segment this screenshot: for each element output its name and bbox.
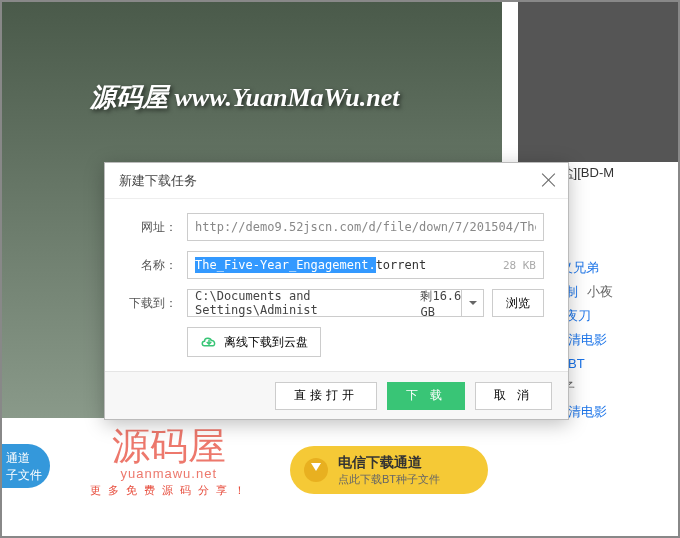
yellow-badge-sub: 点此下载BT种子文件: [338, 472, 440, 487]
save-path-dropdown[interactable]: C:\Documents and Settings\Administ 剩16.6…: [187, 289, 484, 317]
watermark-text: 源码屋 www.YuanMaWu.net: [90, 80, 399, 115]
url-label: 网址：: [129, 219, 177, 236]
cancel-button[interactable]: 取 消: [475, 382, 552, 410]
name-rest-part: torrent: [376, 258, 427, 272]
url-input[interactable]: [187, 213, 544, 241]
saveto-label: 下载到：: [129, 295, 177, 312]
save-path-value: C:\Documents and Settings\Administ: [195, 289, 413, 317]
tag-link[interactable]: 小夜: [587, 284, 613, 299]
yellow-download-badge[interactable]: 电信下载通道 点此下载BT种子文件: [290, 446, 488, 494]
name-label: 名称：: [129, 257, 177, 274]
blue-badge-line2: 子文件: [6, 467, 46, 484]
file-size: 28 KB: [503, 259, 536, 272]
name-selected-part: The_Five-Year_Engagement.: [195, 257, 376, 273]
side-poster: [518, 2, 678, 162]
download-arrow-icon: [304, 458, 328, 482]
blue-badge-line1: 通道: [6, 450, 46, 467]
cloud-button-label: 离线下载到云盘: [224, 334, 308, 351]
open-button[interactable]: 直接打开: [275, 382, 377, 410]
logo-tagline: 更 多 免 费 源 码 分 享 ！: [90, 483, 247, 498]
chevron-down-icon[interactable]: [461, 290, 483, 316]
download-button[interactable]: 下 载: [387, 382, 464, 410]
dialog-footer: 直接打开 下 载 取 消: [105, 371, 568, 419]
yellow-badge-title: 电信下载通道: [338, 454, 440, 472]
logo-sub: yuanmawu.net: [90, 466, 247, 481]
browse-button[interactable]: 浏览: [492, 289, 544, 317]
close-icon[interactable]: [540, 171, 558, 189]
bottom-area: 通道 子文件 源码屋 yuanmawu.net 更 多 免 费 源 码 分 享 …: [2, 418, 678, 536]
site-logo: 源码屋 yuanmawu.net 更 多 免 费 源 码 分 享 ！: [90, 421, 247, 498]
dialog-title: 新建下载任务: [105, 163, 568, 199]
blue-download-badge[interactable]: 通道 子文件: [2, 444, 50, 488]
download-dialog: 新建下载任务 网址： 名称： The_Five-Year_Engagement.…: [104, 162, 569, 420]
cloud-icon: [200, 335, 218, 349]
logo-main: 源码屋: [90, 421, 247, 472]
name-input[interactable]: The_Five-Year_Engagement.torrent 28 KB: [187, 251, 544, 279]
cloud-download-button[interactable]: 离线下载到云盘: [187, 327, 321, 357]
